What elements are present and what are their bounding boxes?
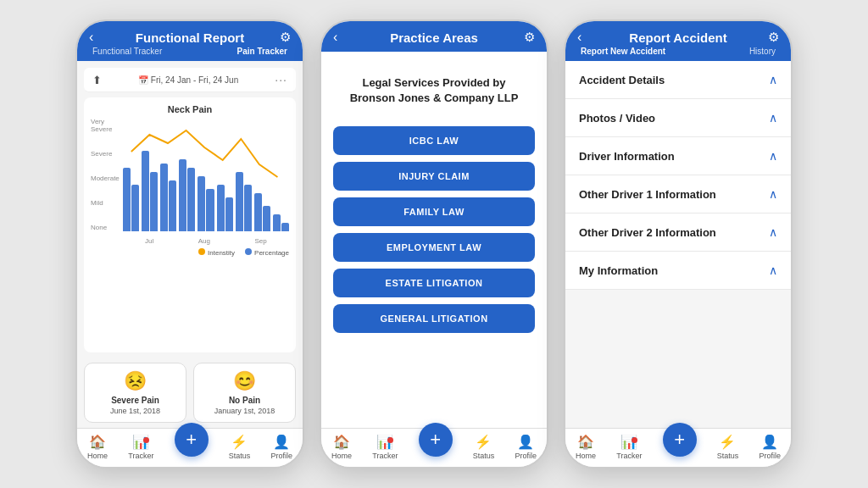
pain-card-none: 😊 No Pain January 1st, 2018 [193,363,296,423]
accordion-other-driver1[interactable]: Other Driver 1 Information ∧ [565,175,791,214]
chart-title: Neck Pain [91,104,289,114]
phone-functional-report: ‹ Functional Report ⚙ Functional Tracker… [75,19,304,469]
severe-pain-icon: 😣 [124,370,147,392]
gear-icon-p3[interactable]: ⚙ [762,30,779,45]
nav-profile-label-p1: Profile [270,452,292,460]
nav-status-label-p2: Status [473,452,495,460]
bar [198,176,205,231]
tracker-notification-dot-p1 [143,437,149,443]
bar-group-2 [142,151,158,231]
practice-intro-text: Legal Services Provided by Bronson Jones… [343,75,525,106]
chevron-up-icon-photos: ∧ [769,111,777,125]
chevron-up-icon-other2: ∧ [769,225,777,239]
back-button-p2[interactable]: ‹ [333,30,350,45]
bar [244,185,252,231]
bar-group-7 [236,172,252,231]
legend-percentage-dot [245,248,252,255]
header-title-p1: Functional Report [106,30,274,45]
gear-icon-p2[interactable]: ⚙ [518,30,535,45]
bar [281,223,289,231]
severe-pain-label: Severe Pain [111,396,159,405]
back-button-p3[interactable]: ‹ [577,30,594,45]
phone1-header: ‹ Functional Report ⚙ Functional Tracker… [77,21,303,61]
y-axis: VerySevere Severe Moderate Mild None [91,118,123,245]
nav-plus-button-p2[interactable]: + [419,423,453,457]
nav-home-label-p1: Home [87,452,108,460]
bar [169,180,176,231]
injury-claim-button[interactable]: INJURY CLAIM [333,162,535,191]
nav-profile-p2[interactable]: 👤 Profile [515,434,537,460]
nav-tracker-p3[interactable]: 📊 Tracker [616,434,642,460]
chart-area: VerySevere Severe Moderate Mild None [91,118,289,245]
bar [160,164,168,231]
share-icon[interactable]: ⬆ [92,74,102,86]
status-icon-p1: ⚡ [231,434,248,450]
accordion-other-driver2[interactable]: Other Driver 2 Information ∧ [565,214,791,252]
bar-group-1 [123,168,139,231]
subtitle-right-p3[interactable]: History [749,47,776,56]
bar-group-4 [179,159,195,231]
bar-group-3 [160,164,176,231]
phone3-header: ‹ Report Accident ⚙ Report New Accident … [565,21,791,61]
nav-profile-label-p3: Profile [759,452,781,460]
nav-home-label-p3: Home [576,452,596,460]
date-bar: ⬆ 📅 Fri, 24 Jan - Fri, 24 Jun ··· [84,68,296,92]
status-icon-p3: ⚡ [719,434,736,450]
chevron-up-icon-accident: ∧ [769,73,777,86]
practice-buttons-list: ICBC LAW INJURY CLAIM FAMILY LAW EMPLOYM… [321,126,547,343]
accordion-driver-info[interactable]: Driver Information ∧ [565,137,791,175]
nav-status-label-p3: Status [717,452,739,460]
status-icon-p2: ⚡ [475,434,492,450]
nav-profile-p3[interactable]: 👤 Profile [759,434,781,460]
nav-tracker-label-p1: Tracker [128,452,153,460]
accordion-photos-video[interactable]: Photos / Video ∧ [565,99,791,137]
family-law-button[interactable]: FAMILY LAW [333,197,535,226]
bar-group-8 [254,193,270,231]
employment-law-button[interactable]: EMPLOYMENT LAW [333,233,535,262]
accordion-label-my-info: My Information [579,264,658,277]
estate-litigation-button[interactable]: ESTATE LITIGATION [333,269,535,297]
nav-home-p2[interactable]: 🏠 Home [331,434,352,460]
nav-tracker-label-p2: Tracker [372,452,398,460]
nav-status-p1[interactable]: ⚡ Status [229,434,251,460]
subtitle-right-p1[interactable]: Pain Tracker [237,47,287,56]
date-label: 📅 Fri, 24 Jan - Fri, 24 Jun [138,75,238,85]
accordion-accident-details[interactable]: Accident Details ∧ [565,61,791,99]
subtitle-left-p3[interactable]: Report New Accident [581,47,665,56]
nav-tracker-label-p3: Tracker [616,452,642,460]
nav-tracker-p2[interactable]: 📊 Tracker [372,434,398,460]
phone1-nav: 🏠 Home 📊 Tracker + ⚡ Status 👤 Profile [77,428,303,467]
bar [131,185,139,231]
nav-plus-button-p1[interactable]: + [175,423,209,457]
profile-icon-p1: 👤 [273,434,290,450]
no-pain-label: No Pain [229,396,260,405]
bar [263,206,270,231]
more-options-icon[interactable]: ··· [275,73,287,86]
subtitle-left-p1: Functional Tracker [92,47,162,56]
bars-area: Jul Aug Sep [123,118,289,245]
legend-intensity-dot [198,248,205,255]
general-litigation-button[interactable]: GENERAL LITIGATION [333,304,535,333]
nav-tracker-p1[interactable]: 📊 Tracker [128,434,153,460]
tracker-notification-dot-p2 [387,437,393,443]
icbc-law-button[interactable]: ICBC LAW [333,126,535,155]
nav-status-p2[interactable]: ⚡ Status [473,434,495,460]
gear-icon-p1[interactable]: ⚙ [274,30,291,45]
nav-home-label-p2: Home [331,452,352,460]
practice-intro: Legal Services Provided by Bronson Jones… [333,62,535,119]
accordion-label-other-driver1: Other Driver 1 Information [579,188,716,201]
back-button-p1[interactable]: ‹ [89,30,106,45]
phone2-nav: 🏠 Home 📊 Tracker + ⚡ Status 👤 Profile [321,428,547,467]
bar [150,172,158,231]
nav-home-p3[interactable]: 🏠 Home [576,434,596,460]
nav-profile-p1[interactable]: 👤 Profile [270,434,292,460]
home-icon-p1: 🏠 [89,434,106,450]
tracker-notification-dot-p3 [632,437,637,443]
nav-plus-button-p3[interactable]: + [663,423,697,457]
chart-container: Neck Pain VerySevere Severe Moderate Mil… [84,97,296,352]
accordion-label-accident-details: Accident Details [579,74,665,86]
nav-home-p1[interactable]: 🏠 Home [87,434,108,460]
nav-status-p3[interactable]: ⚡ Status [717,434,739,460]
accordion-my-info[interactable]: My Information ∧ [565,252,791,290]
phone2-body: Legal Services Provided by Bronson Jones… [321,52,547,428]
